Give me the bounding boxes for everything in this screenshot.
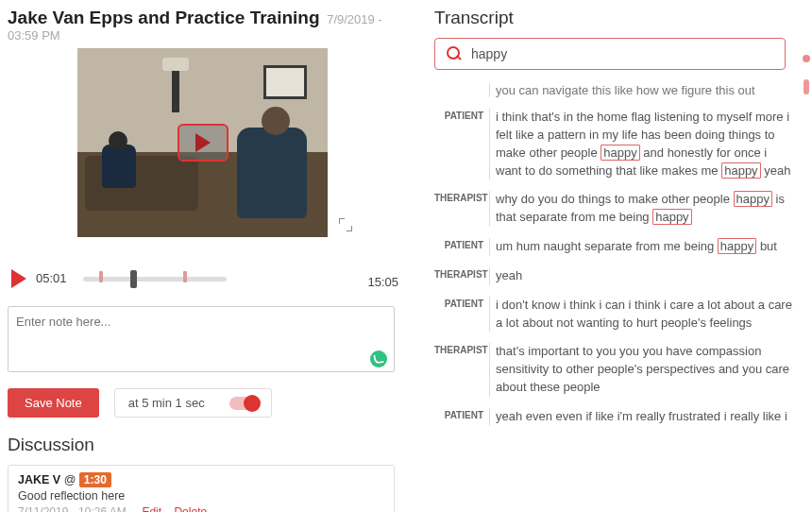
search-input[interactable]: [471, 46, 773, 61]
timeline-marker[interactable]: [183, 271, 187, 282]
transcript-row[interactable]: PATIENTum hum naught separate from me be…: [434, 238, 793, 256]
timeline-marker[interactable]: [99, 271, 103, 282]
discussion-heading: Discussion: [8, 435, 406, 455]
transcript-partial-line: you can navigate this like how we figure…: [489, 83, 793, 97]
transcript-row[interactable]: PATIENTi don't know i think i can i thin…: [434, 297, 793, 333]
comment-edit-link[interactable]: Edit: [142, 505, 161, 512]
note-input[interactable]: [8, 306, 395, 372]
comment-body: Good reflection here: [18, 489, 384, 503]
search-highlight: happy: [721, 162, 760, 179]
comment-at-symbol: @: [64, 473, 76, 486]
note-timestamp-box: at 5 min 1 sec: [114, 388, 272, 418]
transcript-scrollbar[interactable]: [803, 55, 810, 94]
comment-timestamp: 7/11/2019 - 10:26 AM: [18, 505, 127, 512]
scroll-thumb[interactable]: [804, 79, 809, 94]
play-button[interactable]: [11, 269, 26, 288]
speaker-label: PATIENT: [434, 408, 489, 426]
save-note-button[interactable]: Save Note: [8, 388, 99, 418]
search-highlight: happy: [718, 238, 756, 254]
timestamp-toggle[interactable]: [229, 397, 258, 410]
utterance-text: that's important to you you you have com…: [489, 343, 793, 397]
discussion-comment: JAKE V @ 1:30 Good reflection here 7/11/…: [8, 465, 395, 512]
transcript-search[interactable]: [434, 38, 786, 70]
speaker-label: PATIENT: [434, 109, 489, 179]
speaker-label: PATIENT: [434, 238, 489, 256]
utterance-text: yeah even even if like i'm really frustr…: [489, 408, 793, 426]
total-time: 15:05: [236, 267, 402, 289]
transcript-row[interactable]: THERAPISTwhy do you do things to make ot…: [434, 191, 793, 227]
comment-time-badge[interactable]: 1:30: [79, 472, 111, 487]
seek-thumb[interactable]: [130, 270, 137, 288]
transcript-row[interactable]: THERAPISTyeah: [434, 267, 793, 285]
search-highlight: happy: [652, 209, 691, 225]
search-highlight: happy: [734, 191, 772, 207]
session-title: Jake Van Epps and Practice Training: [8, 8, 320, 27]
transcript-row[interactable]: PATIENTyeah even even if like i'm really…: [434, 408, 793, 426]
transcript-list[interactable]: you can navigate this like how we figure…: [434, 83, 793, 480]
search-highlight: happy: [601, 145, 639, 161]
speaker-label: THERAPIST: [434, 267, 489, 285]
speaker-label: PATIENT: [434, 297, 489, 333]
utterance-text: i think that's in the home flag listenin…: [489, 109, 793, 179]
play-overlay-button[interactable]: [178, 124, 228, 162]
utterance-text: why do you do things to make other peopl…: [489, 191, 793, 227]
utterance-text: yeah: [489, 267, 793, 285]
comment-author: JAKE V: [18, 473, 60, 486]
play-icon: [195, 133, 211, 152]
seek-track[interactable]: [83, 270, 227, 287]
current-time: 05:01: [36, 271, 74, 285]
grammarly-icon[interactable]: [370, 350, 387, 367]
speaker-label: THERAPIST: [434, 343, 489, 397]
comment-delete-link[interactable]: Delete: [174, 505, 207, 512]
transcript-row[interactable]: PATIENTi think that's in the home flag l…: [434, 109, 793, 179]
session-title-row: Jake Van Epps and Practice Training 7/9/…: [8, 8, 406, 43]
note-timestamp-label: at 5 min 1 sec: [128, 396, 205, 410]
scroll-marker[interactable]: [803, 55, 810, 62]
speaker-label: THERAPIST: [434, 191, 489, 227]
transcript-row[interactable]: THERAPISTthat's important to you you you…: [434, 343, 793, 397]
search-icon: [447, 46, 462, 61]
transcript-heading: Transcript: [434, 8, 808, 28]
utterance-text: um hum naught separate from me being hap…: [489, 238, 793, 256]
video-player[interactable]: [77, 48, 328, 237]
utterance-text: i don't know i think i can i think i car…: [489, 297, 793, 333]
fullscreen-icon[interactable]: [339, 218, 352, 231]
